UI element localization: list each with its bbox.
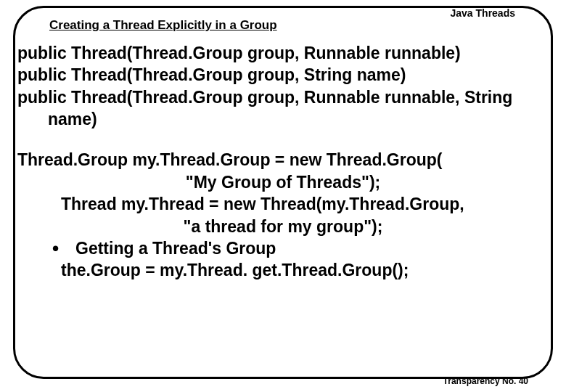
spacer bbox=[17, 130, 549, 149]
example-line-2b: "a thread for my group"); bbox=[17, 216, 549, 237]
slide-title: Creating a Thread Explicitly in a Group bbox=[49, 18, 277, 33]
header-topic: Java Threads bbox=[451, 7, 516, 19]
example-line-2: Thread my.Thread = new Thread(my.Thread.… bbox=[17, 193, 549, 215]
example-line-3: the.Group = my.Thread. get.Thread.Group(… bbox=[17, 259, 549, 281]
signature-1: public Thread(Thread.Group group, Runnab… bbox=[17, 42, 549, 64]
slide-content: public Thread(Thread.Group group, Runnab… bbox=[13, 42, 553, 282]
signature-2: public Thread(Thread.Group group, String… bbox=[17, 64, 549, 86]
example-line-1b: "My Group of Threads"); bbox=[17, 171, 549, 193]
example-line-1: Thread.Group my.Thread.Group = new Threa… bbox=[17, 149, 549, 171]
signature-3: public Thread(Thread.Group group, Runnab… bbox=[17, 86, 549, 131]
bullet-getting-group: Getting a Thread's Group bbox=[17, 237, 549, 259]
footer-label: Transparency No. 40 bbox=[443, 376, 528, 386]
